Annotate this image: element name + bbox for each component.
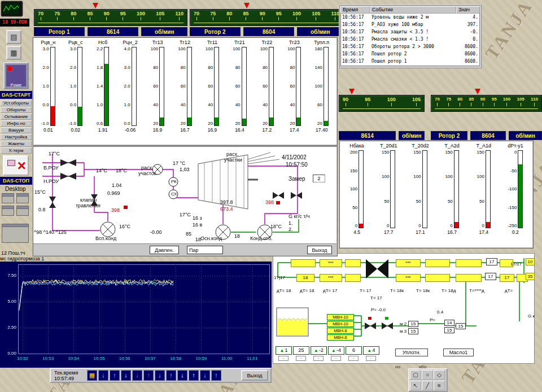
sidebar-menu-item[interactable]: X-терм <box>1 147 32 154</box>
trend-exit-button[interactable]: Выход <box>241 370 268 381</box>
sidebar-menu-item[interactable]: Инфо.но <box>1 120 32 127</box>
log-column-header[interactable]: Событие <box>370 6 456 14</box>
printer-icon-button[interactable]: ▤ <box>6 30 21 44</box>
monitor-icon[interactable] <box>1 1 23 20</box>
sidebar-menu-item[interactable]: Обороты <box>1 107 32 113</box>
trend-tool-button[interactable]: ↑ <box>189 370 199 381</box>
trend-tool-button[interactable]: ▦ <box>87 370 97 381</box>
bar-value: 17.4 <box>479 229 489 236</box>
bar-fill <box>296 117 300 125</box>
log-row[interactable]: 10:56:17Рмасла защиты < 3.5 !-0. <box>341 28 479 36</box>
window-thumbnail[interactable] <box>16 193 29 203</box>
trend-tool-button[interactable]: ↑ <box>211 370 221 381</box>
indicator-cell[interactable]: ▲-2 <box>311 346 327 355</box>
diagram-exit-button[interactable]: Выход <box>307 246 332 254</box>
bar-fill <box>51 106 55 126</box>
indicator-cell[interactable]: ▲-4 <box>328 346 344 355</box>
sidebar-menu-item[interactable]: Жакеты <box>1 141 32 147</box>
gauge-baseline <box>194 23 339 23</box>
palette-tool-button[interactable]: ≡ <box>434 381 445 390</box>
bar-value: 16.9 <box>153 127 163 133</box>
gauge-scale: 9095100105 <box>339 95 425 112</box>
gauge-tick: 95 <box>120 11 126 20</box>
gauge-tick: 100 <box>503 97 510 106</box>
gauge-label: Ротор 2 <box>190 27 241 36</box>
bar-tick: 1.8 <box>97 66 103 70</box>
up-arrow-icon: ▲ <box>280 347 285 354</box>
bar-tick: 100 <box>350 187 357 191</box>
bar-scale: 10080604020 <box>287 47 295 126</box>
indicator-cell[interactable]: ▲4 <box>363 346 379 355</box>
window-thumbnail[interactable] <box>2 224 29 243</box>
sidebar-menu-item[interactable]: Остывание <box>1 114 32 120</box>
bar-tick: 0 <box>387 224 389 228</box>
log-value: 4. <box>457 14 479 21</box>
trend-tool-button[interactable]: ↑ <box>166 370 176 381</box>
trend-tool-button[interactable]: ↑ <box>143 370 154 381</box>
uplotn-button[interactable]: Уплотн. <box>395 349 428 356</box>
log-row[interactable]: 10:56:17Р_АО3 хуже 100 мбар397. <box>341 21 479 28</box>
log-value: 397. <box>457 21 479 28</box>
indicator-row: ▲1-25-▲-2-▲-4-6-▲4- <box>273 254 534 363</box>
das-start-power-button[interactable]: Power <box>3 62 29 89</box>
gauge-tick: 105 <box>412 97 421 106</box>
trend-window: 12 Пош.тч мс гидротормоза 1 7.505.002.50… <box>0 250 272 368</box>
log-row[interactable]: 10:56:17Пошел ротор 18608. <box>341 58 479 65</box>
indicator-sub: - <box>348 356 359 361</box>
window-thumbnail[interactable] <box>2 193 14 203</box>
trend-tool-button[interactable]: ↓ <box>177 370 187 381</box>
gauge-value: 8604 <box>243 27 295 36</box>
gauge-value: 8614 <box>88 27 139 36</box>
sidebar-menu-item[interactable]: Вакуум <box>1 127 32 133</box>
palette-tool-button[interactable]: ◇ <box>434 370 445 380</box>
up-arrow-icon: ▲ <box>331 347 336 354</box>
trend-chart[interactable] <box>0 262 272 368</box>
bar-tick: 40 <box>263 103 268 107</box>
steam-mode-button[interactable]: Пар <box>187 246 223 254</box>
log-column-header[interactable]: Знач <box>456 6 480 14</box>
indicator-cell[interactable]: 25 <box>293 346 309 355</box>
log-row[interactable]: 10:56:17Обороты ротора 2 > 30008600. <box>341 43 479 50</box>
pressure-mode-button[interactable]: Давлен. <box>150 246 179 254</box>
trend-tool-button[interactable]: ↓ <box>121 370 131 381</box>
bar-value: 17.7 <box>384 229 394 236</box>
palette-tool-button[interactable]: ○ <box>422 370 433 380</box>
indicator-value: -2 <box>319 347 324 354</box>
trend-tool-button[interactable]: ↓ <box>132 370 142 381</box>
bar-track <box>486 150 491 228</box>
window-thumbnail[interactable] <box>2 206 14 216</box>
log-row[interactable]: 10:56:17Уровень воды ниже 2 м4. <box>341 14 479 21</box>
das-stop-button[interactable]: × <box>3 155 29 176</box>
gauge-pointer-icon <box>244 3 250 8</box>
log-column-header[interactable]: Время <box>340 6 370 14</box>
indicator-sub: - <box>366 356 376 361</box>
bar-track <box>296 47 301 126</box>
keyboard-icon-button[interactable]: ▦ <box>6 46 21 60</box>
maslo1-button[interactable]: Масло1 <box>443 349 474 356</box>
palette-tool-button[interactable]: ▢ <box>410 370 421 380</box>
bar-tick: 40 <box>290 103 295 107</box>
rotor2-speed-gauge-right: 707580859095100105110 Ротор 28604об/мин <box>431 86 542 141</box>
indicator-cell[interactable]: 6 <box>346 346 362 355</box>
power-led-icon <box>7 66 12 71</box>
log-row[interactable]: 10:56:17Пошел ротор 28600. <box>341 50 479 58</box>
trend-tool-button[interactable]: ↓ <box>200 370 210 381</box>
bar-tick: 1.0 <box>97 103 103 107</box>
trend-tool-button[interactable]: ↓ <box>98 370 108 381</box>
trend-tool-button[interactable]: ↑ <box>110 370 120 381</box>
bar-tick: 40 <box>235 103 241 107</box>
log-row[interactable]: 10:56:17Рмасла смазки < 1.3 !0. <box>341 36 479 43</box>
gauge-unit: об/мин <box>297 27 343 36</box>
indicator-cell[interactable]: ▲1 <box>276 346 292 355</box>
bar-scale: 10080604020 <box>151 47 158 126</box>
bar-tick: 1.0 <box>43 84 49 89</box>
trend-tool-button[interactable]: ↓ <box>155 370 165 381</box>
palette-tool-button[interactable]: ↖ <box>410 381 421 390</box>
window-thumbnail[interactable] <box>16 206 29 216</box>
palette-tool-button[interactable]: ╱ <box>422 381 433 390</box>
gauge-tick: 95 <box>492 97 497 106</box>
sidebar-menu-item[interactable]: Уст.обороты <box>1 100 32 106</box>
bar-track <box>269 47 274 126</box>
zamer-value: 2 <box>313 175 325 182</box>
sidebar-menu-item[interactable]: Настройка <box>1 134 32 140</box>
